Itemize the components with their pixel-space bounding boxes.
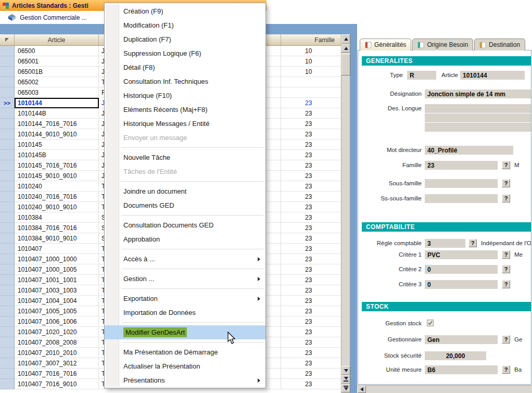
article-cell[interactable]: 1010144_7016_7016 xyxy=(15,119,99,129)
famille-cell[interactable]: 10 xyxy=(281,56,341,67)
gestion-stock-checkbox[interactable] xyxy=(427,320,434,326)
article-cell[interactable]: 1010384 xyxy=(15,212,99,223)
scroll-left-button[interactable] xyxy=(358,386,366,393)
menu-item[interactable]: Duplication (F7) xyxy=(105,32,265,46)
scrollbar-thumb[interactable] xyxy=(341,54,350,75)
article-cell[interactable]: 1010407_2008_2008 xyxy=(15,337,99,348)
menu-item[interactable]: Détail (F8) xyxy=(105,60,265,74)
corner-header-cell[interactable] xyxy=(0,34,15,45)
famille-cell[interactable]: 23 xyxy=(281,254,341,264)
article-cell[interactable]: 1010407_1001_1001 xyxy=(15,275,99,285)
des-longue-field-3[interactable] xyxy=(425,123,531,132)
article-cell[interactable]: 1010144 xyxy=(15,98,99,108)
famille-cell[interactable]: 23 xyxy=(281,150,341,160)
article-cell[interactable]: 1010407_7016_7016 xyxy=(15,369,99,379)
menu-item[interactable]: Exportation xyxy=(105,291,265,306)
scroll-up-button[interactable] xyxy=(341,44,350,53)
critere3-help-button[interactable]: ? xyxy=(502,280,510,288)
famille-cell[interactable]: 23 xyxy=(281,369,341,379)
article-cell[interactable]: 1010407_1000_1005 xyxy=(15,264,99,275)
famille-cell[interactable]: 23 xyxy=(281,223,341,233)
designation-field[interactable]: Jonction simple de 14 mm xyxy=(425,90,531,98)
menu-item[interactable]: Tâches de l'Entité xyxy=(105,164,265,179)
critere3-field[interactable]: 0 xyxy=(425,280,498,289)
article-field[interactable]: 1010144 xyxy=(460,71,525,80)
sous-famille-field[interactable] xyxy=(425,179,498,188)
article-cell[interactable]: 06500 xyxy=(15,46,99,56)
menu-item[interactable]: Suppression Logique (F6) xyxy=(105,46,265,60)
des-longue-field-1[interactable] xyxy=(425,104,531,113)
article-cell[interactable]: 1010407_1004_1004 xyxy=(15,296,99,306)
article-cell[interactable]: 065003 xyxy=(15,87,99,98)
des-longue-field-2[interactable] xyxy=(425,113,531,122)
critere2-help-button[interactable]: ? xyxy=(502,265,510,273)
article-cell[interactable]: 1010407_2010_2010 xyxy=(15,348,99,358)
famille-cell[interactable]: 23 xyxy=(281,233,341,244)
famille-cell[interactable]: 23 xyxy=(281,285,341,296)
menu-item[interactable]: Ma Présentation de Démarrage xyxy=(105,345,265,359)
article-cell[interactable]: 1010407_7016_9010 xyxy=(15,379,99,389)
menu-item[interactable]: Approbation xyxy=(105,232,265,246)
regle-comptable-help-button[interactable]: ? xyxy=(468,239,477,247)
article-cell[interactable]: 065002 xyxy=(15,77,99,87)
scroll-top-button[interactable] xyxy=(341,34,350,44)
famille-cell[interactable]: 23 xyxy=(281,171,341,181)
column-header-article[interactable]: Article xyxy=(15,34,99,45)
menu-item[interactable]: Historique Messages / Entité xyxy=(105,117,265,131)
famille-cell[interactable]: 23 xyxy=(281,160,341,171)
famille-cell[interactable]: 23 xyxy=(281,119,341,129)
famille-cell[interactable]: 23 xyxy=(281,327,341,337)
famille-help-button[interactable]: ? xyxy=(502,161,510,169)
scroll-page-down-button[interactable] xyxy=(341,375,350,384)
famille-cell[interactable]: 23 xyxy=(281,140,341,150)
article-cell[interactable]: 1010145_9010_9010 xyxy=(15,171,99,181)
menu-item[interactable]: Accès à ... xyxy=(105,252,265,266)
article-cell[interactable]: 1010145B xyxy=(15,150,99,160)
regle-comptable-field[interactable]: 3 xyxy=(425,239,465,248)
menu-item[interactable]: Consultation Documents GED xyxy=(105,218,265,232)
menu-item[interactable]: Nouvelle Tâche xyxy=(105,150,265,164)
mot-directeur-field[interactable]: 40_Profilé xyxy=(425,146,513,155)
menu-item[interactable]: Historique (F10) xyxy=(105,88,265,103)
famille-cell[interactable]: 23 xyxy=(281,129,341,140)
menu-item[interactable]: Consultation Inf. Techniques xyxy=(105,74,265,88)
article-cell[interactable]: 1010144_9010_9010 xyxy=(15,129,99,140)
famille-cell[interactable]: 23 xyxy=(281,379,341,389)
famille-cell[interactable]: 23 xyxy=(281,212,341,223)
article-cell[interactable]: 1010407 xyxy=(15,244,99,254)
type-field[interactable]: R xyxy=(407,71,436,80)
article-cell[interactable]: 1010407_1020_1020 xyxy=(15,327,99,337)
stock-securite-field[interactable]: 20,000 xyxy=(425,351,486,360)
article-cell[interactable]: 1010384_9010_9010 xyxy=(15,233,99,244)
scroll-bottom-button[interactable] xyxy=(341,384,350,392)
famille-cell[interactable]: 23 xyxy=(281,202,341,212)
famille-cell[interactable]: 10 xyxy=(281,46,341,56)
tab-destination[interactable]: Destination xyxy=(474,39,525,50)
famille-cell[interactable] xyxy=(281,87,341,98)
article-cell[interactable]: 1010407_1000_1000 xyxy=(15,254,99,264)
famille-cell[interactable]: 10 xyxy=(281,67,341,77)
menu-item[interactable]: Présentations xyxy=(105,373,265,387)
article-cell[interactable]: 1010407_1003_1003 xyxy=(15,285,99,296)
scroll-down-button[interactable] xyxy=(341,366,350,375)
famille-cell[interactable]: 23 xyxy=(281,316,341,327)
menu-item[interactable]: Gestion ... xyxy=(105,272,265,286)
menu-item[interactable]: Eléments Récents (Maj+F8) xyxy=(105,103,265,117)
ss-sous-famille-field[interactable] xyxy=(425,194,498,203)
article-cell[interactable]: 1010240_9010_9010 xyxy=(15,202,99,212)
menu-item[interactable]: Documents GED xyxy=(105,198,265,212)
article-cell[interactable]: 1010145_7016_7016 xyxy=(15,160,99,171)
gestionnaire-help-button[interactable]: ? xyxy=(502,335,510,344)
famille-cell[interactable]: 23 xyxy=(281,264,341,275)
article-cell[interactable]: 1010407_3007_3012 xyxy=(15,358,99,369)
ss-sous-famille-help-button[interactable]: ? xyxy=(502,194,510,202)
famille-cell[interactable]: 23 xyxy=(281,108,341,119)
menu-item[interactable]: Modifier GenDesArt xyxy=(105,325,265,339)
famille-cell[interactable]: 23 xyxy=(281,181,341,192)
sous-famille-help-button[interactable]: ? xyxy=(502,179,510,187)
famille-cell[interactable]: 23 xyxy=(281,192,341,202)
tab-origine-besoin[interactable]: Origine Besoin xyxy=(412,39,473,50)
module-tab[interactable]: Gestion Commerciale ... xyxy=(0,11,532,24)
menu-item[interactable]: Importation de Données xyxy=(105,306,265,320)
article-cell[interactable]: 1010384_7016_7016 xyxy=(15,223,99,233)
